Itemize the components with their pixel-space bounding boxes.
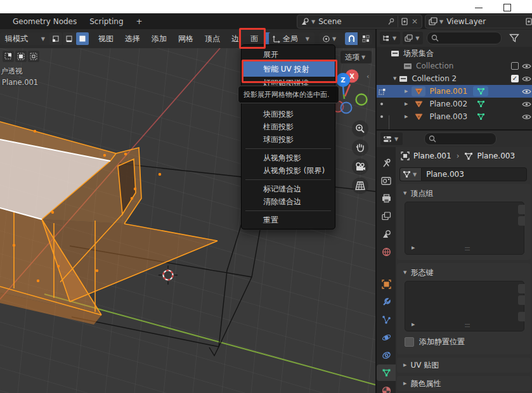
select-subtract-button[interactable] xyxy=(28,51,39,62)
snap-toggle[interactable] xyxy=(345,32,358,45)
eye-icon[interactable] xyxy=(522,75,531,82)
display-mode-dropdown[interactable]: ▼ xyxy=(380,32,400,44)
menu-item-project-from-view-bounds[interactable]: 从视角投影 (限界) xyxy=(242,164,335,177)
expand-arrow-icon[interactable]: ▼ xyxy=(393,76,396,81)
tab-render[interactable] xyxy=(377,172,396,189)
shape-keys-list[interactable]: ▶ :::: xyxy=(405,281,524,332)
breadcrumb-data[interactable]: Plane.003 xyxy=(477,151,515,160)
face-select-button[interactable] xyxy=(76,32,89,45)
vertex-select-button[interactable] xyxy=(49,32,62,45)
tab-scene[interactable] xyxy=(377,226,396,242)
shape-keys-header[interactable]: ▼ 形态键 xyxy=(397,266,531,280)
rest-position-checkbox[interactable] xyxy=(405,337,414,347)
outliner-row-collection2[interactable]: ▼ Collection 2 ✓ xyxy=(377,72,532,85)
maximize-button[interactable] xyxy=(503,3,512,11)
remove-button-stub[interactable] xyxy=(518,216,525,226)
transform-orientation-dropdown[interactable]: 全局 ▼ xyxy=(269,32,315,45)
menu-item-sphere-projection[interactable]: 球面投影 xyxy=(242,133,335,146)
tab-constraints[interactable] xyxy=(377,347,396,363)
list-expand-icon[interactable]: ▶ xyxy=(412,245,415,250)
minimize-button[interactable] xyxy=(474,3,483,11)
mode-dropdown[interactable]: 辑模式 ▼ xyxy=(0,32,52,45)
outliner-row-plane002[interactable]: ▶ Plane.002 xyxy=(377,98,532,110)
tab-world[interactable] xyxy=(377,243,396,260)
add-workspace-button[interactable]: + xyxy=(130,13,149,29)
tab-geometry-nodes[interactable]: Geometry Nodes xyxy=(6,13,83,29)
tab-object[interactable] xyxy=(377,276,396,292)
tab-modifiers[interactable] xyxy=(377,293,396,310)
collection-checkbox[interactable]: ✓ xyxy=(511,75,519,82)
add-button-stub[interactable] xyxy=(518,284,525,293)
pin-icon[interactable] xyxy=(387,18,395,25)
uv-maps-header[interactable]: ▶ UV 贴图 xyxy=(397,358,531,373)
menu-item-smart-uv-project[interactable]: 智能 UV 投射 xyxy=(242,61,335,77)
toggle-perspective-button[interactable] xyxy=(352,177,368,194)
resize-grip[interactable]: :::: xyxy=(465,245,470,252)
color-attributes-header[interactable]: ▶ 颜色属性 xyxy=(397,376,531,391)
tab-object-data[interactable] xyxy=(377,364,396,381)
mesh-data-icon[interactable] xyxy=(477,113,485,120)
pan-button[interactable] xyxy=(352,139,368,156)
tab-physics[interactable] xyxy=(377,329,396,345)
editor-type-dropdown[interactable]: ▼ xyxy=(380,132,403,145)
tab-view-layer[interactable] xyxy=(377,208,396,224)
new-layer-icon[interactable] xyxy=(525,18,532,26)
tab-scripting[interactable]: Scripting xyxy=(83,13,129,29)
add-button-stub[interactable] xyxy=(518,205,525,214)
tab-particles[interactable] xyxy=(377,311,396,328)
unlink-icon[interactable]: ✕ xyxy=(412,17,418,26)
proportional-editing-toggle[interactable] xyxy=(360,32,372,45)
menu-item-mark-seam[interactable]: 标记缝合边 xyxy=(242,183,335,195)
new-scene-icon[interactable] xyxy=(401,18,409,26)
camera-view-button[interactable] xyxy=(352,158,368,175)
menu-item-unwrap[interactable]: 展开 xyxy=(242,48,335,61)
filter-id-dropdown[interactable]: ▼ xyxy=(403,32,423,44)
menu-view[interactable]: 视图 xyxy=(93,32,119,45)
breadcrumb-object[interactable]: Plane.001 xyxy=(413,151,451,160)
select-set-button[interactable] xyxy=(3,51,14,62)
outliner-search-input[interactable] xyxy=(427,32,502,44)
select-extend-button[interactable] xyxy=(15,51,27,62)
outliner-row-scene-collection[interactable]: 场景集合 xyxy=(377,47,532,60)
outliner-row-plane003[interactable]: ▶ Plane.003 xyxy=(377,110,532,123)
expand-arrow-icon[interactable]: ▶ xyxy=(405,101,408,106)
menu-mesh[interactable]: 网格 xyxy=(172,32,199,45)
menu-add[interactable]: 添加 xyxy=(146,32,172,45)
menu-edge[interactable]: 边 xyxy=(226,32,245,45)
collection-checkbox[interactable] xyxy=(511,62,519,70)
datablock-name-input[interactable]: Plane.003 xyxy=(421,167,527,181)
outliner-row-plane001[interactable]: ▶ Plane.001 xyxy=(377,85,532,98)
menu-item-project-from-view[interactable]: 从视角投影 xyxy=(242,151,335,164)
tab-material[interactable] xyxy=(377,382,396,393)
list-expand-icon[interactable]: ▶ xyxy=(412,322,415,327)
expand-arrow-icon[interactable]: ▶ xyxy=(405,89,408,94)
vertex-groups-header[interactable]: ▼ 顶点组 xyxy=(397,186,531,200)
eye-icon[interactable] xyxy=(522,101,531,108)
view-layer-selector[interactable]: ▼ ViewLayer xyxy=(425,15,532,29)
menu-item-clear-seam[interactable]: 清除缝合边 xyxy=(242,195,335,208)
eye-icon[interactable] xyxy=(522,113,531,120)
menu-select[interactable]: 选择 xyxy=(119,32,146,45)
menu-face[interactable]: 面 xyxy=(245,32,264,45)
zoom-button[interactable] xyxy=(352,120,368,137)
sidebar-collapse-arrow[interactable]: ‹ xyxy=(367,72,369,81)
eye-icon[interactable] xyxy=(522,88,531,95)
menu-item-cube-projection[interactable]: 块面投影 xyxy=(242,108,335,120)
properties-search-input[interactable] xyxy=(424,132,496,145)
pivot-point-dropdown[interactable]: ▼ xyxy=(320,32,344,45)
tab-tool[interactable] xyxy=(377,155,396,171)
edge-select-button[interactable] xyxy=(63,32,75,45)
resize-grip[interactable]: :::: xyxy=(465,322,470,328)
menu-item-reset[interactable]: 重置 xyxy=(242,214,335,226)
datablock-type-dropdown[interactable]: ▼ xyxy=(399,167,421,181)
scene-selector[interactable]: ▼ Scene ✕ xyxy=(297,15,422,29)
eye-icon[interactable] xyxy=(522,63,531,70)
specials-button-stub[interactable] xyxy=(518,312,525,321)
expand-arrow-icon[interactable]: ▶ xyxy=(405,114,408,119)
menu-vertex[interactable]: 顶点 xyxy=(199,32,226,45)
outliner-row-collection[interactable]: Collection xyxy=(377,60,532,72)
mesh-data-icon-frame[interactable] xyxy=(473,86,488,96)
remove-button-stub[interactable] xyxy=(518,295,525,305)
mesh-data-icon[interactable] xyxy=(477,100,485,108)
vertex-groups-list[interactable]: ▶ :::: xyxy=(405,202,524,255)
